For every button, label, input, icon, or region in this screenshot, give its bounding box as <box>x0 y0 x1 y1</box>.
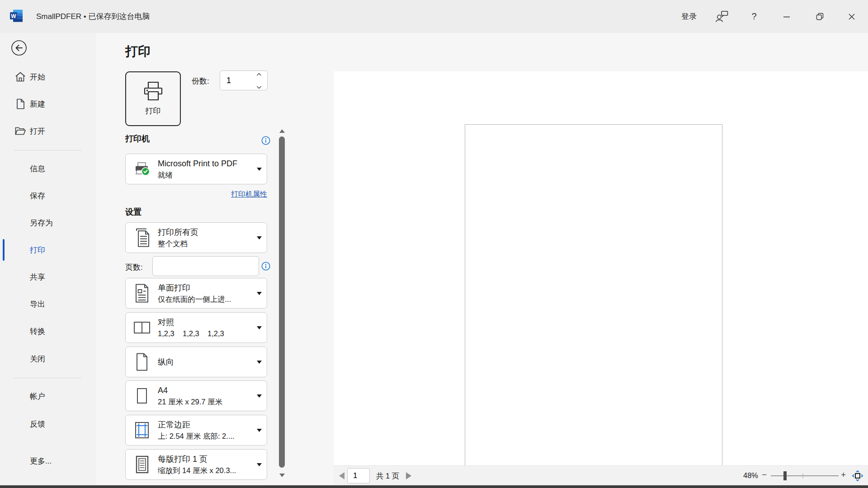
sidebar-item-save-as[interactable]: 另存为 <box>0 214 96 232</box>
sidebar-item-transform[interactable]: 转换 <box>0 322 96 340</box>
sidebar-item-info[interactable]: 信息 <box>0 160 96 178</box>
printer-name: Microsoft Print to PDF <box>158 158 251 169</box>
back-button[interactable] <box>11 40 27 56</box>
sidebar-divider <box>14 150 81 150</box>
print-preview-pane: 共 1 页 48% − + <box>334 33 868 485</box>
next-page-button[interactable] <box>406 472 411 479</box>
print-button[interactable]: 打印 <box>125 71 181 126</box>
info-icon[interactable] <box>261 136 270 145</box>
open-folder-icon <box>14 125 26 137</box>
sidebar-item-account[interactable]: 帐户 <box>0 387 96 405</box>
print-all-pages-icon <box>126 228 158 248</box>
zoom-in-button[interactable]: + <box>841 470 846 480</box>
printer-properties-link[interactable]: 打印机属性 <box>125 190 267 199</box>
minimize-icon <box>783 13 790 20</box>
chevron-down-icon <box>257 361 262 364</box>
zoom-to-page-button[interactable] <box>852 470 863 482</box>
preview-statusbar: 共 1 页 48% − + <box>334 465 868 485</box>
print-settings-panel: 打印 打印 份数: 打印机 <box>96 33 334 485</box>
pages-per-sheet-selector[interactable]: 每版打印 1 页 缩放到 14 厘米 x 20.3... <box>125 449 267 480</box>
print-range-selector[interactable]: 打印所有页 整个文档 <box>125 222 267 253</box>
sidebar: 开始 新建 打开 信息 保存 另存为 打印 共享 导出 转换 关闭 <box>0 33 96 485</box>
collation-selector[interactable]: 对照 1,2,3 1,2,3 1,2,3 <box>125 312 267 343</box>
home-icon <box>14 71 26 83</box>
one-sided-icon <box>126 283 158 303</box>
sidebar-item-export[interactable]: 导出 <box>0 295 96 313</box>
chevron-down-icon <box>257 394 262 398</box>
zoom-slider[interactable] <box>771 475 839 476</box>
collated-icon <box>126 320 158 335</box>
margins-selector[interactable]: 正常边距 上: 2.54 厘米 底部: 2.... <box>125 415 267 446</box>
chevron-down-icon <box>257 463 262 466</box>
printer-icon <box>142 81 165 101</box>
restore-icon <box>816 13 824 20</box>
svg-text:W: W <box>11 13 16 19</box>
printer-section-heading: 打印机 <box>125 133 150 144</box>
next-page-icon <box>406 472 411 479</box>
sidebar-divider <box>14 378 81 378</box>
page-title: 打印 <box>125 43 151 60</box>
close-icon <box>848 13 855 20</box>
spin-up-icon[interactable] <box>256 73 262 76</box>
zoom-out-button[interactable]: − <box>762 470 767 480</box>
spin-down-icon[interactable] <box>256 85 262 89</box>
printer-device-icon <box>126 162 158 176</box>
preview-canvas <box>334 71 868 465</box>
previous-page-button[interactable] <box>339 472 344 479</box>
scroll-up-icon[interactable] <box>279 129 285 133</box>
page-count-label: 共 1 页 <box>376 471 399 481</box>
sidebar-item-share[interactable]: 共享 <box>0 268 96 286</box>
printer-status: 就绪 <box>158 169 251 180</box>
info-icon[interactable] <box>261 262 270 271</box>
copies-input[interactable] <box>226 71 250 90</box>
fit-page-icon <box>852 470 863 482</box>
sidebar-item-print[interactable]: 打印 <box>0 241 96 259</box>
orientation-selector[interactable]: 纵向 <box>125 347 267 377</box>
paper-size-selector[interactable]: A4 21 厘米 x 29.7 厘米 <box>125 380 267 411</box>
pages-range-input[interactable] <box>152 256 259 276</box>
titlebar: W SmallPDFER • 已保存到这台电脑 登录 ? <box>0 0 868 33</box>
help-button[interactable]: ? <box>744 0 764 33</box>
copies-stepper[interactable] <box>220 70 268 90</box>
sidebar-item-new[interactable]: 新建 <box>0 95 96 113</box>
scrollbar-thumb[interactable] <box>279 136 285 468</box>
restore-button[interactable] <box>809 0 830 33</box>
scroll-down-icon[interactable] <box>279 474 285 477</box>
sidebar-item-more[interactable]: 更多... <box>0 452 96 470</box>
back-arrow-icon <box>11 40 27 56</box>
chevron-down-icon <box>257 168 262 171</box>
sidebar-item-save[interactable]: 保存 <box>0 187 96 205</box>
chevron-down-icon <box>257 429 262 432</box>
margins-icon <box>126 421 158 440</box>
printer-selector[interactable]: Microsoft Print to PDF 就绪 <box>125 154 267 184</box>
sign-in-button[interactable]: 登录 <box>675 0 703 33</box>
sidebar-item-feedback[interactable]: 反馈 <box>0 415 96 433</box>
chevron-down-icon <box>257 292 262 295</box>
current-page-input[interactable] <box>347 468 370 483</box>
zoom-slider-tick <box>802 474 803 478</box>
close-button[interactable] <box>841 0 862 33</box>
help-icon: ? <box>751 11 756 22</box>
zoom-level: 48% <box>737 471 758 480</box>
print-button-label: 打印 <box>146 106 161 116</box>
word-print-backstage: W SmallPDFER • 已保存到这台电脑 登录 ? <box>0 0 868 488</box>
feedback-person-icon[interactable] <box>712 0 732 33</box>
sidebar-item-close[interactable]: 关闭 <box>0 350 96 368</box>
sidebar-item-home[interactable]: 开始 <box>0 68 96 86</box>
preview-page <box>465 124 722 487</box>
previous-page-icon <box>339 472 344 479</box>
portrait-icon <box>126 352 158 371</box>
copies-label: 份数: <box>192 76 209 86</box>
word-logo-icon: W <box>9 9 24 23</box>
sidebar-item-open[interactable]: 打开 <box>0 122 96 140</box>
paper-size-icon <box>126 387 158 404</box>
duplex-selector[interactable]: 单面打印 仅在纸面的一侧上进... <box>125 278 267 309</box>
document-title: SmallPDFER • 已保存到这台电脑 <box>36 0 150 33</box>
zoom-slider-thumb[interactable] <box>783 471 787 480</box>
pages-per-sheet-icon <box>126 455 158 474</box>
chevron-down-icon <box>257 236 262 239</box>
chevron-down-icon <box>257 326 262 329</box>
window-bottom-edge <box>0 485 868 488</box>
new-document-icon <box>14 98 26 110</box>
minimize-button[interactable] <box>776 0 797 33</box>
